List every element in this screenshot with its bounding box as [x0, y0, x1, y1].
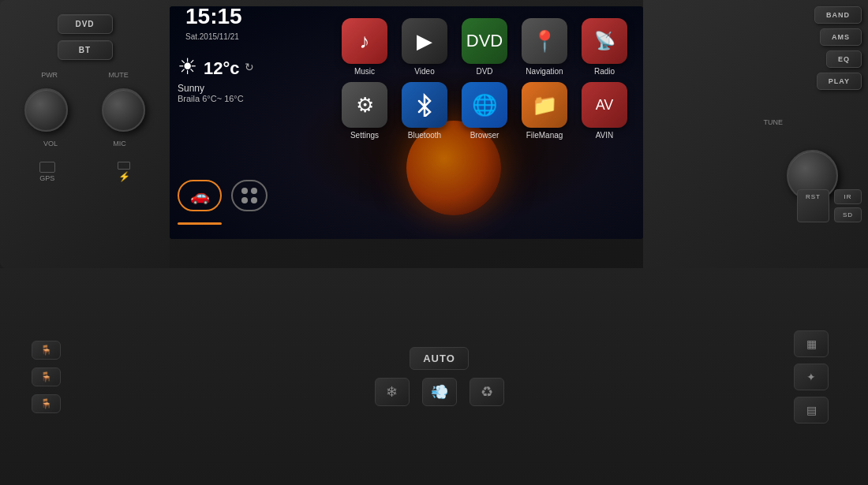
bluetooth-label: Bluetooth — [408, 131, 441, 140]
dots-widget[interactable] — [231, 180, 268, 211]
browser-label: Browser — [470, 131, 499, 140]
band-button[interactable]: BAND — [814, 6, 862, 24]
small-btn-area: RST IR SD — [797, 189, 862, 222]
rear-heat[interactable]: ✦ — [794, 364, 829, 390]
music-label: Music — [354, 67, 375, 76]
avin-icon: AV — [582, 82, 627, 128]
tune-label: TUNE — [764, 118, 784, 126]
right-panel: BAND AMS EQ PLAY TUNE RST IR SD — [643, 0, 868, 268]
mic-label: MIC — [113, 140, 126, 147]
dvd-icon: DVD — [462, 18, 507, 64]
app-dvd[interactable]: DVD DVD — [458, 18, 511, 76]
seat-btn-3[interactable]: 🪑 — [32, 394, 61, 413]
left-panel: DVD BT PWR MUTE VOL MIC GPS — [0, 0, 170, 268]
seat-icon-3: 🪑 — [40, 398, 52, 409]
apps-grid: ♪ Music ▶ Video DVD DVD — [334, 14, 635, 144]
app-settings[interactable]: ⚙ Settings — [338, 82, 391, 140]
sd-button[interactable]: SD — [834, 207, 862, 222]
play-button[interactable]: PLAY — [817, 73, 862, 90]
car-interior: DVD BT PWR MUTE VOL MIC GPS — [0, 0, 868, 485]
mute-label: MUTE — [108, 71, 129, 79]
eq-button[interactable]: EQ — [826, 50, 862, 68]
app-radio[interactable]: 📡 Radio — [578, 18, 631, 76]
seat-icon-1: 🪑 — [40, 345, 52, 356]
app-avin[interactable]: AV AVIN — [578, 82, 631, 140]
weather-description: Sunny — [178, 83, 254, 94]
app-browser[interactable]: 🌐 Browser — [458, 82, 511, 140]
main-screen: 15:15 Sat.2015/11/21 ☀ 12°c ↻ Sunny Brai… — [170, 6, 643, 239]
vol-knob[interactable] — [24, 88, 68, 132]
app-bluetooth[interactable]: Bluetooth — [398, 82, 451, 140]
ir-button[interactable]: IR — [834, 189, 862, 204]
dvd-label: DVD — [476, 67, 492, 76]
video-label: Video — [414, 67, 434, 76]
time-display: 15:15 — [185, 6, 242, 29]
usb-port: ⚡ — [118, 162, 130, 182]
seat-btn-1[interactable]: 🪑 — [32, 341, 61, 360]
browser-icon: 🌐 — [462, 82, 507, 128]
indicator-line — [178, 222, 222, 225]
music-icon: ♪ — [342, 18, 387, 64]
bluetooth-icon — [402, 82, 447, 128]
filemanag-icon: 📁 — [522, 82, 567, 128]
rear-defrost[interactable]: ▦ — [794, 330, 829, 357]
rear-controls: ▦ ✦ ▤ — [794, 330, 829, 423]
pwr-label: PWR — [41, 71, 58, 79]
climate-center: AUTO ❄ 💨 ♻ — [100, 347, 778, 406]
radio-icon: 📡 — [582, 18, 627, 64]
avin-label: AVIN — [596, 131, 614, 140]
dvd-button[interactable]: DVD — [58, 14, 113, 34]
weather-widget: ☀ 12°c ↻ Sunny Braila 6°C~ 16°C — [178, 46, 254, 103]
nav-label: Navigation — [526, 67, 563, 76]
filemanag-label: FileManag — [526, 131, 563, 140]
fan-airflow[interactable]: 💨 — [422, 378, 457, 406]
weather-icon: ☀ — [178, 54, 197, 80]
seat-btn-2[interactable]: 🪑 — [32, 367, 61, 386]
seat-icon-2: 🪑 — [40, 371, 52, 382]
app-navigation[interactable]: 📍 Navigation — [518, 18, 571, 76]
app-filemanag[interactable]: 📁 FileManag — [518, 82, 571, 140]
refresh-icon[interactable]: ↻ — [245, 61, 254, 73]
radio-label: Radio — [594, 67, 615, 76]
fan-recirculate[interactable]: ♻ — [470, 378, 504, 406]
gps-label: GPS — [39, 162, 55, 182]
settings-label: Settings — [350, 131, 379, 140]
bt-button[interactable]: BT — [58, 40, 113, 60]
seat-controls-left: 🪑 🪑 🪑 — [32, 341, 61, 413]
ams-button[interactable]: AMS — [820, 28, 862, 46]
car-icon: 🚗 — [190, 186, 210, 205]
mute-knob[interactable] — [102, 88, 145, 132]
fan-controls: ❄ 💨 ♻ — [375, 378, 504, 406]
fan-snowflake[interactable]: ❄ — [375, 378, 410, 406]
auto-button[interactable]: AUTO — [410, 347, 469, 370]
app-music[interactable]: ♪ Music — [338, 18, 391, 76]
video-icon: ▶ — [402, 18, 447, 64]
weather-city: Braila 6°C~ 16°C — [178, 94, 254, 103]
vol-label: VOL — [43, 140, 58, 147]
rear-fan[interactable]: ▤ — [794, 397, 829, 423]
dots-grid — [241, 188, 257, 203]
rst-button[interactable]: RST — [797, 189, 829, 222]
settings-icon: ⚙ — [342, 82, 387, 128]
nav-icon: 📍 — [522, 18, 567, 64]
app-video[interactable]: ▶ Video — [398, 18, 451, 76]
temperature: 12°c — [204, 58, 240, 79]
car-widget[interactable]: 🚗 — [178, 180, 222, 211]
bottom-widgets: 🚗 — [178, 180, 268, 211]
date-display: Sat.2015/11/21 — [185, 32, 242, 41]
bottom-panel: 🪑 🪑 🪑 AUTO ❄ 💨 ♻ ▦ ✦ ▤ — [0, 268, 868, 485]
